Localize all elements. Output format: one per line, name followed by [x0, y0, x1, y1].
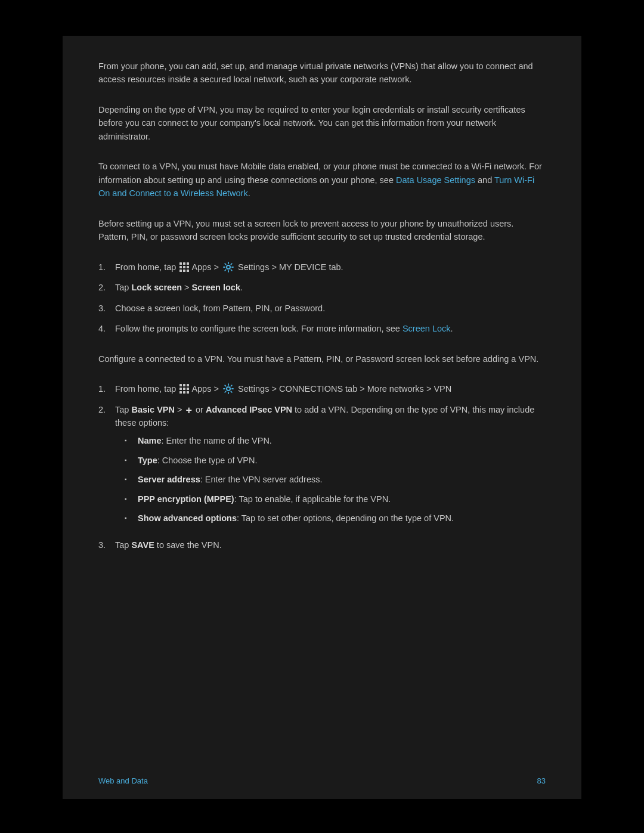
vpn-intro-section: Configure a connected to a VPN. You must… [98, 352, 546, 366]
vpn-step2-text-mid1: > [175, 405, 185, 414]
vpn-intro-text: Configure a connected to a VPN. You must… [98, 352, 546, 366]
screen-lock-intro-text: Before setting up a VPN, you must set a … [98, 217, 546, 244]
intro3-text-mid: and [475, 175, 494, 185]
step-num-2: 2. [98, 281, 115, 294]
step-4-content: Follow the prompts to configure the scre… [115, 322, 546, 335]
apps-grid-icon [178, 261, 190, 273]
settings-gear-icon-2 [222, 383, 234, 395]
svg-rect-6 [179, 270, 182, 272]
vpn-step1-prefix: From home, tap [115, 384, 178, 394]
svg-rect-16 [179, 391, 182, 394]
step-1-content: From home, tap Ap [115, 261, 546, 274]
svg-rect-11 [183, 384, 185, 386]
step-num-1: 1. [98, 261, 115, 274]
intro-section-2: Depending on the type of VPN, you may be… [98, 103, 546, 143]
sub-item-server-text: Server address: Enter the VPN server add… [138, 473, 323, 486]
step2-bold2: Screen lock [192, 283, 240, 292]
screen-lock-step-list: 1. From home, tap [98, 261, 546, 336]
step2-text-before: Tap [115, 283, 131, 292]
screen-lock-intro-section: Before setting up a VPN, you must set a … [98, 217, 546, 244]
vpn-step-1: 1. From home, tap [98, 382, 546, 395]
step-3-content: Choose a screen lock, from Pattern, PIN,… [115, 302, 546, 315]
svg-rect-18 [187, 391, 189, 394]
vpn-step-3: 3. Tap SAVE to save the VPN. [98, 538, 546, 552]
vpn-step1-apps-label: Apps [191, 384, 211, 394]
vpn-sub-list: ▪ Name: Enter the name of the VPN. ▪ Typ… [125, 434, 546, 525]
step1-middle: > [211, 262, 221, 272]
vpn-step-2-content: Tap Basic VPN > + or Advanced IPsec VPN … [115, 403, 546, 531]
vpn-step-3-content: Tap SAVE to save the VPN. [115, 538, 546, 552]
sub-item-name: ▪ Name: Enter the name of the VPN. [125, 434, 546, 447]
plus-icon: + [186, 405, 193, 416]
page-footer: Web and Data 83 [98, 775, 546, 787]
svg-rect-17 [183, 391, 185, 394]
vpn-step-1-content: From home, tap Ap [115, 382, 546, 395]
sub-item-type: ▪ Type: Choose the type of VPN. [125, 454, 546, 467]
sub-item-ppp-text: PPP encryption (MPPE): Tap to enable, if… [138, 493, 391, 506]
vpn-step3-text-before: Tap [115, 540, 131, 550]
page-content: From your phone, you can add, set up, an… [63, 36, 581, 799]
vpn-step-num-3: 3. [98, 538, 115, 552]
vpn-step2-bold2: Advanced IPsec VPN [206, 405, 292, 414]
vpn-step-list: 1. From home, tap [98, 382, 546, 552]
vpn-step1-middle: > [211, 384, 221, 394]
vpn-step2-text-mid2: or [193, 405, 206, 414]
settings-gear-icon [222, 261, 234, 273]
step4-text-after: . [451, 324, 453, 333]
step1-apps-label: Apps [191, 262, 211, 272]
vpn-step-num-2: 2. [98, 403, 115, 416]
vpn-step-num-1: 1. [98, 382, 115, 395]
screen-lock-step-1: 1. From home, tap [98, 261, 546, 274]
step1-settings-label: Settings > MY DEVICE tab. [236, 262, 343, 272]
svg-rect-15 [187, 388, 189, 390]
step2-text-after: . [240, 283, 243, 292]
step-2-content: Tap Lock screen > Screen lock. [115, 281, 546, 294]
sub-item-name-text: Name: Enter the name of the VPN. [138, 434, 272, 447]
screen-lock-steps-section: 1. From home, tap [98, 261, 546, 336]
bullet-icon-1: ▪ [125, 436, 133, 445]
vpn-step2-text-before: Tap [115, 405, 131, 414]
sub-item-advanced: ▪ Show advanced options: Tap to set othe… [125, 512, 546, 525]
vpn-step2-bold1: Basic VPN [131, 405, 175, 414]
screen-lock-link[interactable]: Screen Lock [402, 324, 451, 333]
svg-rect-8 [187, 270, 189, 272]
svg-rect-13 [179, 388, 182, 390]
bullet-icon-4: ▪ [125, 494, 133, 504]
screen-lock-step-3: 3. Choose a screen lock, from Pattern, P… [98, 302, 546, 315]
bullet-icon-2: ▪ [125, 456, 133, 465]
vpn-step-2: 2. Tap Basic VPN > + or Advanced IPsec V… [98, 403, 546, 531]
vpn-steps-section: 1. From home, tap [98, 382, 546, 552]
footer-page-number: 83 [537, 775, 546, 787]
svg-rect-3 [179, 266, 182, 268]
vpn-step1-settings-label: Settings > CONNECTIONS tab > More networ… [236, 384, 451, 394]
step-num-3: 3. [98, 302, 115, 315]
step2-bold1: Lock screen [131, 283, 182, 292]
vpn-step3-bold: SAVE [131, 540, 154, 550]
screen-lock-step-4: 4. Follow the prompts to configure the s… [98, 322, 546, 335]
step4-text-before: Follow the prompts to configure the scre… [115, 324, 402, 333]
data-usage-settings-link[interactable]: Data Usage Settings [396, 175, 475, 185]
step-num-4: 4. [98, 322, 115, 335]
svg-rect-1 [183, 262, 185, 265]
svg-rect-12 [187, 384, 189, 386]
step2-text-mid: > [182, 283, 192, 292]
sub-item-ppp: ▪ PPP encryption (MPPE): Tap to enable, … [125, 493, 546, 506]
svg-point-19 [227, 387, 230, 391]
step1-prefix: From home, tap [115, 262, 178, 272]
svg-rect-5 [187, 266, 189, 268]
svg-rect-7 [183, 270, 185, 272]
svg-rect-2 [187, 262, 189, 265]
bullet-icon-3: ▪ [125, 475, 133, 484]
screen-lock-step-2: 2. Tap Lock screen > Screen lock. [98, 281, 546, 294]
intro-section-3: To connect to a VPN, you must have Mobil… [98, 160, 546, 200]
sub-item-type-text: Type: Choose the type of VPN. [138, 454, 257, 467]
bullet-icon-5: ▪ [125, 513, 133, 523]
svg-rect-4 [183, 266, 185, 268]
footer-section-label: Web and Data [98, 775, 148, 787]
intro-paragraph-3: To connect to a VPN, you must have Mobil… [98, 160, 546, 200]
svg-rect-14 [183, 388, 185, 390]
intro3-text-after: . [248, 188, 250, 198]
intro-paragraph-2: Depending on the type of VPN, you may be… [98, 103, 546, 143]
apps-grid-icon-2 [178, 383, 190, 395]
sub-item-server: ▪ Server address: Enter the VPN server a… [125, 473, 546, 486]
